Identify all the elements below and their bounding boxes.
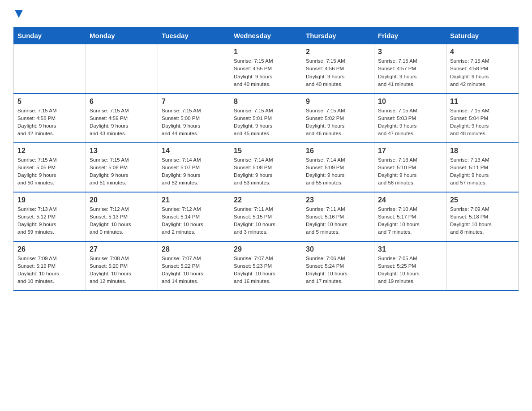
calendar-cell: 27Sunrise: 7:08 AM Sunset: 5:20 PM Dayli… bbox=[86, 241, 158, 291]
day-info: Sunrise: 7:15 AM Sunset: 5:05 PM Dayligh… bbox=[17, 156, 82, 187]
day-info: Sunrise: 7:15 AM Sunset: 5:02 PM Dayligh… bbox=[306, 107, 370, 138]
calendar-cell: 5Sunrise: 7:15 AM Sunset: 4:58 PM Daylig… bbox=[14, 94, 86, 143]
day-info: Sunrise: 7:15 AM Sunset: 4:56 PM Dayligh… bbox=[306, 57, 370, 88]
day-info: Sunrise: 7:07 AM Sunset: 5:22 PM Dayligh… bbox=[162, 255, 226, 286]
calendar-cell: 7Sunrise: 7:15 AM Sunset: 5:00 PM Daylig… bbox=[158, 94, 230, 143]
calendar-cell: 8Sunrise: 7:15 AM Sunset: 5:01 PM Daylig… bbox=[230, 94, 302, 143]
day-number: 23 bbox=[306, 196, 370, 204]
day-number: 20 bbox=[90, 196, 154, 204]
day-number: 11 bbox=[450, 98, 515, 106]
svg-marker-0 bbox=[15, 10, 23, 18]
day-info: Sunrise: 7:13 AM Sunset: 5:11 PM Dayligh… bbox=[450, 156, 515, 187]
day-info: Sunrise: 7:15 AM Sunset: 5:04 PM Dayligh… bbox=[450, 107, 515, 138]
calendar-cell bbox=[446, 241, 519, 291]
day-info: Sunrise: 7:15 AM Sunset: 4:57 PM Dayligh… bbox=[378, 57, 442, 88]
day-info: Sunrise: 7:08 AM Sunset: 5:20 PM Dayligh… bbox=[90, 255, 154, 286]
calendar-cell: 12Sunrise: 7:15 AM Sunset: 5:05 PM Dayli… bbox=[14, 143, 86, 192]
week-row-1: 1Sunrise: 7:15 AM Sunset: 4:55 PM Daylig… bbox=[14, 44, 519, 94]
calendar-cell: 4Sunrise: 7:15 AM Sunset: 4:58 PM Daylig… bbox=[446, 44, 519, 94]
calendar-cell: 17Sunrise: 7:13 AM Sunset: 5:10 PM Dayli… bbox=[374, 143, 446, 192]
calendar-cell: 9Sunrise: 7:15 AM Sunset: 5:02 PM Daylig… bbox=[302, 94, 374, 143]
day-number: 19 bbox=[17, 196, 82, 204]
day-number: 2 bbox=[306, 48, 370, 56]
day-info: Sunrise: 7:15 AM Sunset: 5:00 PM Dayligh… bbox=[162, 107, 226, 138]
weekday-header-sunday: Sunday bbox=[14, 27, 86, 44]
day-info: Sunrise: 7:15 AM Sunset: 4:59 PM Dayligh… bbox=[90, 107, 154, 138]
day-info: Sunrise: 7:11 AM Sunset: 5:16 PM Dayligh… bbox=[306, 206, 370, 236]
week-row-5: 26Sunrise: 7:09 AM Sunset: 5:19 PM Dayli… bbox=[14, 241, 519, 291]
calendar-cell: 11Sunrise: 7:15 AM Sunset: 5:04 PM Dayli… bbox=[446, 94, 519, 143]
calendar-cell: 31Sunrise: 7:05 AM Sunset: 5:25 PM Dayli… bbox=[374, 241, 446, 291]
day-number: 17 bbox=[378, 147, 442, 155]
weekday-header-friday: Friday bbox=[374, 27, 446, 44]
week-row-3: 12Sunrise: 7:15 AM Sunset: 5:05 PM Dayli… bbox=[14, 143, 519, 192]
calendar-cell bbox=[14, 44, 86, 94]
week-row-2: 5Sunrise: 7:15 AM Sunset: 4:58 PM Daylig… bbox=[14, 94, 519, 143]
calendar-table: SundayMondayTuesdayWednesdayThursdayFrid… bbox=[13, 27, 519, 291]
calendar-cell: 28Sunrise: 7:07 AM Sunset: 5:22 PM Dayli… bbox=[158, 241, 230, 291]
day-number: 26 bbox=[17, 245, 82, 253]
day-info: Sunrise: 7:05 AM Sunset: 5:25 PM Dayligh… bbox=[378, 255, 442, 286]
day-number: 5 bbox=[17, 98, 82, 106]
calendar-cell: 22Sunrise: 7:11 AM Sunset: 5:15 PM Dayli… bbox=[230, 192, 302, 241]
day-number: 15 bbox=[234, 147, 298, 155]
day-number: 30 bbox=[306, 245, 370, 253]
day-number: 28 bbox=[162, 245, 226, 253]
day-info: Sunrise: 7:12 AM Sunset: 5:13 PM Dayligh… bbox=[90, 206, 154, 236]
weekday-header-row: SundayMondayTuesdayWednesdayThursdayFrid… bbox=[14, 27, 519, 44]
day-info: Sunrise: 7:14 AM Sunset: 5:08 PM Dayligh… bbox=[234, 156, 298, 187]
calendar-cell: 30Sunrise: 7:06 AM Sunset: 5:24 PM Dayli… bbox=[302, 241, 374, 291]
day-number: 1 bbox=[234, 48, 298, 56]
week-row-4: 19Sunrise: 7:13 AM Sunset: 5:12 PM Dayli… bbox=[14, 192, 519, 241]
day-number: 4 bbox=[450, 48, 515, 56]
weekday-header-wednesday: Wednesday bbox=[230, 27, 302, 44]
day-number: 6 bbox=[90, 98, 154, 106]
day-number: 18 bbox=[450, 147, 515, 155]
calendar-cell bbox=[86, 44, 158, 94]
calendar-cell: 1Sunrise: 7:15 AM Sunset: 4:55 PM Daylig… bbox=[230, 44, 302, 94]
day-number: 29 bbox=[234, 245, 298, 253]
day-info: Sunrise: 7:15 AM Sunset: 5:03 PM Dayligh… bbox=[378, 107, 442, 138]
calendar-cell: 23Sunrise: 7:11 AM Sunset: 5:16 PM Dayli… bbox=[302, 192, 374, 241]
calendar-cell: 18Sunrise: 7:13 AM Sunset: 5:11 PM Dayli… bbox=[446, 143, 519, 192]
day-info: Sunrise: 7:15 AM Sunset: 4:58 PM Dayligh… bbox=[17, 107, 82, 138]
day-info: Sunrise: 7:14 AM Sunset: 5:09 PM Dayligh… bbox=[306, 156, 370, 187]
calendar-cell: 16Sunrise: 7:14 AM Sunset: 5:09 PM Dayli… bbox=[302, 143, 374, 192]
day-number: 24 bbox=[378, 196, 442, 204]
day-number: 14 bbox=[162, 147, 226, 155]
weekday-header-monday: Monday bbox=[86, 27, 158, 44]
day-info: Sunrise: 7:12 AM Sunset: 5:14 PM Dayligh… bbox=[162, 206, 226, 236]
day-number: 9 bbox=[306, 98, 370, 106]
day-info: Sunrise: 7:09 AM Sunset: 5:18 PM Dayligh… bbox=[450, 206, 515, 236]
day-number: 12 bbox=[17, 147, 82, 155]
logo-triangle-icon bbox=[15, 10, 23, 18]
calendar-cell: 13Sunrise: 7:15 AM Sunset: 5:06 PM Dayli… bbox=[86, 143, 158, 192]
calendar-cell bbox=[158, 44, 230, 94]
weekday-header-saturday: Saturday bbox=[446, 27, 519, 44]
calendar-cell: 20Sunrise: 7:12 AM Sunset: 5:13 PM Dayli… bbox=[86, 192, 158, 241]
day-number: 31 bbox=[378, 245, 442, 253]
calendar-cell: 25Sunrise: 7:09 AM Sunset: 5:18 PM Dayli… bbox=[446, 192, 519, 241]
day-info: Sunrise: 7:15 AM Sunset: 5:06 PM Dayligh… bbox=[90, 156, 154, 187]
day-number: 22 bbox=[234, 196, 298, 204]
day-info: Sunrise: 7:13 AM Sunset: 5:10 PM Dayligh… bbox=[378, 156, 442, 187]
page-header bbox=[13, 9, 519, 18]
day-info: Sunrise: 7:07 AM Sunset: 5:23 PM Dayligh… bbox=[234, 255, 298, 286]
calendar-cell: 14Sunrise: 7:14 AM Sunset: 5:07 PM Dayli… bbox=[158, 143, 230, 192]
calendar-cell: 24Sunrise: 7:10 AM Sunset: 5:17 PM Dayli… bbox=[374, 192, 446, 241]
calendar-cell: 2Sunrise: 7:15 AM Sunset: 4:56 PM Daylig… bbox=[302, 44, 374, 94]
weekday-header-tuesday: Tuesday bbox=[158, 27, 230, 44]
day-info: Sunrise: 7:10 AM Sunset: 5:17 PM Dayligh… bbox=[378, 206, 442, 236]
calendar-cell: 26Sunrise: 7:09 AM Sunset: 5:19 PM Dayli… bbox=[14, 241, 86, 291]
day-number: 3 bbox=[378, 48, 442, 56]
calendar-cell: 6Sunrise: 7:15 AM Sunset: 4:59 PM Daylig… bbox=[86, 94, 158, 143]
day-number: 16 bbox=[306, 147, 370, 155]
calendar-cell: 3Sunrise: 7:15 AM Sunset: 4:57 PM Daylig… bbox=[374, 44, 446, 94]
day-info: Sunrise: 7:06 AM Sunset: 5:24 PM Dayligh… bbox=[306, 255, 370, 286]
calendar-cell: 21Sunrise: 7:12 AM Sunset: 5:14 PM Dayli… bbox=[158, 192, 230, 241]
day-info: Sunrise: 7:15 AM Sunset: 4:58 PM Dayligh… bbox=[450, 57, 515, 88]
calendar-cell: 10Sunrise: 7:15 AM Sunset: 5:03 PM Dayli… bbox=[374, 94, 446, 143]
weekday-header-thursday: Thursday bbox=[302, 27, 374, 44]
calendar-cell: 15Sunrise: 7:14 AM Sunset: 5:08 PM Dayli… bbox=[230, 143, 302, 192]
day-number: 7 bbox=[162, 98, 226, 106]
